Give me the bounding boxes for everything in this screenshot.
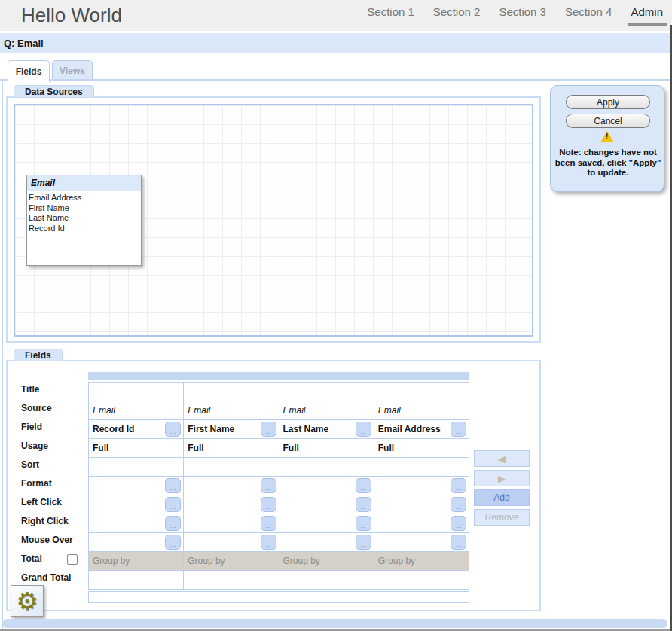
data-sources-canvas[interactable]: Email Email Address First Name Last Name… [14,104,533,337]
total-checkbox[interactable] [67,554,78,565]
mouse-over-picker-button-col2[interactable]: ... [261,535,276,550]
row-label-right-click: Right Click [15,512,79,531]
email-entity-box[interactable]: Email Email Address First Name Last Name… [26,175,142,266]
field-picker-button-col2[interactable]: ... [261,422,276,437]
nav-section-2[interactable]: Section 2 [433,5,481,18]
total-value-col2: Group by [188,556,225,566]
left-click-picker-button-col2[interactable]: ... [261,497,276,512]
mouse-over-picker-button-col4[interactable]: ... [451,535,466,550]
mouse-over-cell-col3[interactable]: ... [279,533,374,552]
usage-cell-col4[interactable]: Full [374,439,469,458]
grand-total-cell-col3[interactable] [279,571,374,590]
field-cell-col4[interactable]: Email Address... [374,420,469,439]
add-column-button[interactable]: Add [474,489,530,506]
sort-cell-col4[interactable] [374,458,469,477]
field-value-col3: Last Name [283,424,329,434]
apply-button[interactable]: Apply [566,95,650,109]
mouse-over-picker-button-col1[interactable]: ... [165,535,181,550]
field-picker-button-col1[interactable]: ... [165,422,181,437]
usage-cell-col2[interactable]: Full [184,439,279,458]
row-label-mouse-over: Mouse Over [15,531,79,550]
field-cell-col1[interactable]: Record Id... [89,420,184,439]
usage-cell-col1[interactable]: Full [89,439,184,458]
field-picker-button-col4[interactable]: ... [451,422,466,437]
remove-column-button[interactable]: Remove [474,509,530,526]
sort-cell-col3[interactable] [279,458,374,477]
left-click-cell-col1[interactable]: ... [89,495,184,514]
left-click-cell-col3[interactable]: ... [279,495,374,514]
cancel-button[interactable]: Cancel [566,114,650,128]
format-cell-col1[interactable]: ... [89,477,184,495]
nav-section-4[interactable]: Section 4 [565,5,612,18]
nav-admin[interactable]: Admin [631,5,663,18]
format-cell-col2[interactable]: ... [184,477,279,495]
source-cell-col2[interactable]: Email [184,401,279,420]
field-cell-col3[interactable]: Last Name... [279,420,374,439]
left-click-picker-button-col4[interactable]: ... [451,497,466,512]
total-cell-col3[interactable]: Group by [279,552,374,571]
source-cell-col3[interactable]: Email [279,401,374,420]
usage-cell-col3[interactable]: Full [279,439,374,458]
format-picker-button-col2[interactable]: ... [261,478,276,493]
right-click-picker-button-col3[interactable]: ... [356,516,371,531]
page-left-border [2,80,3,629]
title-cell-col4[interactable] [374,383,469,401]
right-click-picker-button-col4[interactable]: ... [451,516,466,531]
table-row-format: ... ... ... ... [89,477,469,495]
actions-panel: Apply Cancel Note: changes have not been… [550,85,664,192]
grand-total-cell-col1[interactable] [89,571,184,590]
total-cell-col4[interactable]: Group by [374,552,469,571]
email-entity-header[interactable]: Email [27,175,141,191]
left-click-picker-button-col3[interactable]: ... [356,497,371,512]
format-cell-col3[interactable]: ... [279,477,374,495]
nav-section-1[interactable]: Section 1 [367,5,414,18]
settings-button[interactable]: ⚙ [11,585,44,617]
title-cell-col2[interactable] [184,383,279,401]
move-column-left-button[interactable]: ◀ [474,450,530,467]
right-click-cell-col2[interactable]: ... [184,514,279,533]
field-cell-col2[interactable]: First Name... [184,420,279,439]
total-cell-col1[interactable]: Group by [89,552,184,571]
grand-total-cell-col4[interactable] [374,571,469,590]
total-cell-col2[interactable]: Group by [184,552,279,571]
move-column-right-button[interactable]: ▶ [474,470,530,486]
left-click-cell-col4[interactable]: ... [374,495,469,514]
right-click-cell-col4[interactable]: ... [374,514,469,533]
format-picker-button-col1[interactable]: ... [165,478,181,493]
tab-fields[interactable]: Fields [8,60,50,82]
tab-views[interactable]: Views [52,60,93,81]
right-click-picker-button-col2[interactable]: ... [261,516,276,531]
title-cell-col1[interactable] [89,383,184,401]
nav-section-3[interactable]: Section 3 [499,5,546,18]
table-row-field: Record Id... First Name... Last Name... … [89,420,469,439]
entity-field-record-id[interactable]: Record Id [29,224,141,234]
right-click-cell-col3[interactable]: ... [279,514,374,533]
entity-field-email-address[interactable]: Email Address [29,193,141,203]
mouse-over-picker-button-col3[interactable]: ... [356,535,371,550]
source-cell-col1[interactable]: Email [89,401,184,420]
entity-field-first-name[interactable]: First Name [29,203,141,214]
mouse-over-cell-col4[interactable]: ... [374,533,469,552]
mouse-over-cell-col1[interactable]: ... [89,533,184,552]
tabstrip-divider [0,79,672,81]
row-label-sort: Sort [15,456,79,474]
total-value-col3: Group by [283,556,320,566]
grand-total-cell-col2[interactable] [184,571,279,590]
title-cell-col3[interactable] [279,383,374,401]
format-picker-button-col3[interactable]: ... [356,478,371,493]
format-cell-col4[interactable]: ... [374,477,469,495]
sort-cell-col2[interactable] [184,458,279,477]
fields-table-header-strip [88,372,469,380]
source-cell-col4[interactable]: Email [374,401,469,420]
left-click-picker-button-col1[interactable]: ... [165,497,181,512]
note-line-3: to update. [554,168,662,178]
field-picker-button-col3[interactable]: ... [356,422,371,437]
right-click-picker-button-col1[interactable]: ... [165,516,181,531]
usage-value-col1: Full [93,443,108,453]
sort-cell-col1[interactable] [89,458,184,477]
format-picker-button-col4[interactable]: ... [451,478,466,493]
left-click-cell-col2[interactable]: ... [184,495,279,514]
mouse-over-cell-col2[interactable]: ... [184,533,279,552]
right-click-cell-col1[interactable]: ... [89,514,184,533]
entity-field-last-name[interactable]: Last Name [29,213,141,224]
